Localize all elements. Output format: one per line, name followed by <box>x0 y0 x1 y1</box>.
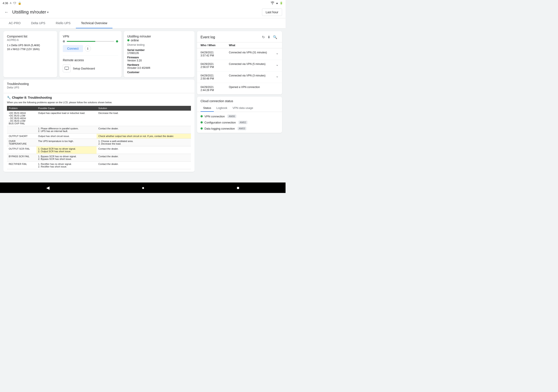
connection-label: VPN connection <box>204 115 225 118</box>
expand-button[interactable]: ⌄ <box>276 74 279 78</box>
event-row: 04/29/2021 3:57:42 PMConnected via VPN (… <box>197 48 282 60</box>
connection-label: Configuration connection <box>204 121 236 124</box>
event-row: 04/29/2021 2:44:28 PMOpened a VPN connec… <box>197 83 282 94</box>
event-what: Connected via VPN (3 minutes) <box>229 74 276 77</box>
back-button[interactable]: ← <box>3 9 9 16</box>
cause-cell: The UPS temperature is too high. <box>36 139 97 146</box>
left-column: Component list ACPRO-6 1 x Delta UPS 6kV… <box>3 31 194 180</box>
cloud-status-list: VPN connectionAM06Configuration connecti… <box>197 112 282 133</box>
tab-ac-pro[interactable]: AC-PRO <box>3 18 26 28</box>
event-log-title: Event log <box>201 35 261 39</box>
search-button[interactable]: 🔍 <box>272 34 279 40</box>
vpn-title: VPN <box>63 35 118 38</box>
troubleshooting-title: Troubleshooting <box>7 82 191 85</box>
connection-label: Data logging connection <box>204 127 235 130</box>
cause-cell: 1. Output SCR has no driver signal. 2. O… <box>36 146 97 154</box>
right-column: Event log ↻ ⬇ 🔍 Who / When What 04/29/20… <box>197 31 282 180</box>
problem-cell: OUTPUT SHORT <box>7 134 36 139</box>
refresh-button[interactable]: ↻ <box>261 34 266 40</box>
problem-cell: RECTIFIER FAIL <box>7 162 36 169</box>
tabs-bar: AC-PRO Delta UPS Riello UPS Technical Ov… <box>0 18 286 28</box>
status-indicator <box>201 128 203 130</box>
table-row: +DC BUS HIGH +DC BUS LOW - DC BUS HIGH -… <box>7 111 191 126</box>
cause-cell: Output has short circuit issue. <box>36 134 97 139</box>
vpn-info-button[interactable]: ℹ <box>85 45 91 52</box>
description-text: Diverse testing <box>127 43 191 46</box>
cloud-status-item: Configuration connectionAM02 <box>201 121 279 124</box>
solution-cell: Decrease the load. <box>96 111 191 126</box>
cloud-tab-status[interactable]: Status <box>201 104 214 112</box>
col-cause: Possible Cause <box>36 106 97 111</box>
connection-badge: AM06 <box>227 115 236 118</box>
firmware-label: Firmware <box>127 56 191 59</box>
page-title: Utstilling m/router ▾ <box>12 9 49 15</box>
serial-number-value: 17090135 <box>127 52 191 55</box>
col-solution: Solution <box>96 106 191 111</box>
col-problem: Problem <box>7 106 36 111</box>
cloud-connection-card: Cloud connection status Status Logbook V… <box>197 97 282 133</box>
utstilling-title: Utstilling m/router <box>127 35 191 38</box>
tab-delta-ups[interactable]: Delta UPS <box>26 18 50 28</box>
signal-icon: ▲ <box>276 1 278 5</box>
component-list-card: Component list ACPRO-6 1 x Delta UPS 6kV… <box>3 31 57 77</box>
customer-label: Customer <box>127 71 191 74</box>
solution-cell: Contact the dealer. <box>96 126 191 134</box>
title-text: Utstilling m/router <box>12 9 46 15</box>
dropdown-icon[interactable]: ▾ <box>47 10 49 14</box>
last-hour-button[interactable]: Last hour <box>262 9 282 16</box>
vpn-card: VPN Connect ℹ Remote access <box>59 31 122 77</box>
top-card-row: Component list ACPRO-6 1 x Delta UPS 6kV… <box>3 31 194 77</box>
vpn-slider <box>63 40 118 43</box>
component-list-subtitle: ACPRO-6 <box>7 39 54 42</box>
cloud-tab-vpn-usage[interactable]: VPN data usage <box>230 104 256 112</box>
event-what: Opened a VPN connection <box>229 85 279 89</box>
problem-cell: +DC BUS HIGH +DC BUS LOW - DC BUS HIGH -… <box>7 111 36 126</box>
setup-dashboard-row[interactable]: Setup Dashboard <box>63 64 118 72</box>
remote-access-title: Remote access <box>63 58 118 62</box>
vpn-dot-end <box>116 40 118 43</box>
vpn-dot-start <box>63 40 65 43</box>
shield-icon: 🛡 <box>13 1 16 5</box>
topbar: ← Utstilling m/router ▾ Last hour <box>0 6 286 18</box>
tab-technical-overview[interactable]: Technical Overview <box>76 18 113 28</box>
nav-home-button[interactable]: ● <box>135 184 151 192</box>
table-row: OUTPUT SHORTOutput has short circuit iss… <box>7 134 191 139</box>
table-row: OUTPUT SCR FAIL1. Output SCR has no driv… <box>7 146 191 154</box>
battery-icon: 🔋 <box>280 1 283 5</box>
download-button[interactable]: ⬇ <box>266 34 272 40</box>
problem-cell: OUTPUT SCR FAIL <box>7 146 36 154</box>
connect-button[interactable]: Connect <box>63 45 83 52</box>
nav-recents-button[interactable]: ■ <box>230 184 246 192</box>
cloud-tab-logbook[interactable]: Logbook <box>214 104 230 112</box>
tab-riello-ups[interactable]: Riello UPS <box>51 18 76 28</box>
problem-cell: BYPASS SCR FAIL <box>7 154 36 162</box>
utstilling-card: Utstilling m/router online Diverse testi… <box>124 31 194 77</box>
troubleshooting-table: Problem Possible Cause Solution +DC BUS … <box>7 106 191 169</box>
online-indicator <box>127 39 130 41</box>
solution-cell: Contact the dealer. <box>96 162 191 169</box>
problem-cell: OVER TEMPERATURE <box>7 139 36 146</box>
vpn-connect-row: Connect ℹ <box>63 45 118 52</box>
status-indicator <box>201 121 203 123</box>
wifi-icon <box>270 1 274 5</box>
component-item-1: 16 x NH12-77W (12V 18Ah) <box>7 48 54 51</box>
event-what: Connected via VPN (31 minutes) <box>229 51 276 54</box>
event-what: Connected via VPN (5 minutes) <box>229 62 276 66</box>
troubleshooting-subtitle: Delta UPS <box>7 86 191 89</box>
app-icon-a: A <box>10 2 11 4</box>
troubleshooting-document: 🔧 Chapter 8: Troubleshooting When you se… <box>3 93 194 172</box>
event-when: 04/29/2021 2:56:07 PM <box>201 62 229 68</box>
event-when: 04/29/2021 2:44:28 PM <box>201 85 229 92</box>
svg-rect-0 <box>65 67 69 69</box>
bottom-navigation: ◀ ● ■ <box>0 182 286 193</box>
vpn-track <box>67 41 114 42</box>
time-display: 4:36 <box>3 1 8 5</box>
nav-back-button[interactable]: ◀ <box>39 183 56 192</box>
expand-button[interactable]: ⌄ <box>276 51 279 55</box>
event-when: 04/29/2021 3:57:42 PM <box>201 51 229 57</box>
cause-cell: Output has capacitive load or inductive … <box>36 111 97 126</box>
expand-button[interactable]: ⌄ <box>276 62 279 67</box>
cause-cell: 1. Rectifier has no driver signal. 2. Re… <box>36 162 97 169</box>
status-indicator <box>201 115 203 117</box>
online-status-row: online <box>127 39 191 42</box>
